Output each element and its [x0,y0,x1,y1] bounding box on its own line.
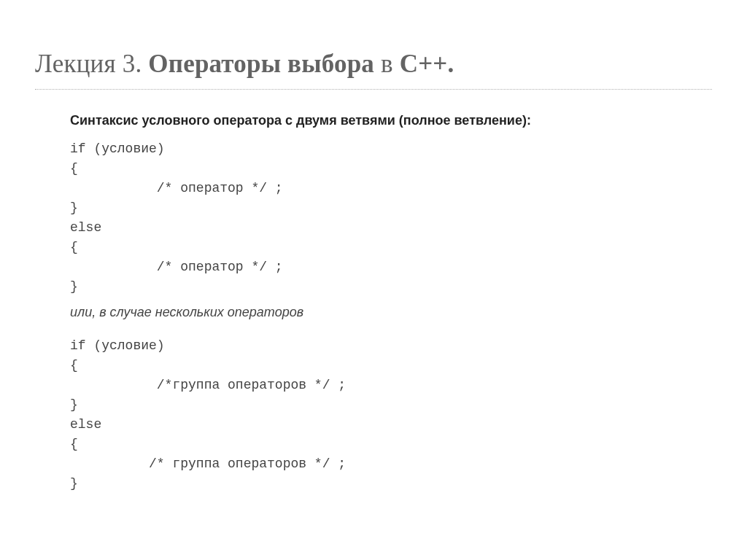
title-prefix: Лекция 3. [35,50,148,78]
section-subtitle: Синтаксис условного оператора с двумя ве… [70,112,595,129]
content-note: или, в случае нескольких операторов [70,303,595,323]
code-block-1: if (условие) { /* оператор */ ; } else {… [70,139,595,297]
slide-content: Синтаксис условного оператора с двумя ве… [70,112,595,494]
title-bold-2: С++. [400,50,454,78]
slide-title: Лекция 3. Операторы выбора в С++. [35,50,712,90]
title-mid: в [374,50,400,78]
code-block-2: if (условие) { /*группа операторов */ ; … [70,336,595,494]
title-bold-1: Операторы выбора [148,50,374,78]
